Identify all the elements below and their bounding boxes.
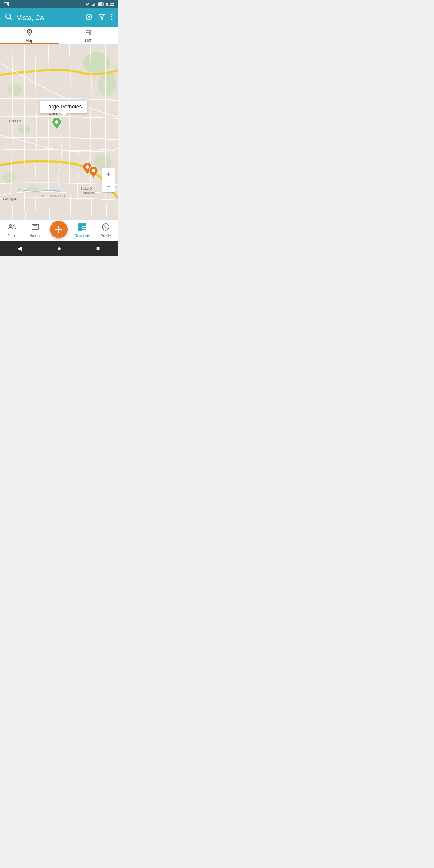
- svg-point-40: [9, 224, 12, 227]
- svg-point-36: [28, 185, 38, 193]
- map-pin-orange-2[interactable]: [88, 166, 99, 179]
- search-icon[interactable]: [5, 13, 13, 23]
- android-home-button[interactable]: ●: [57, 245, 61, 252]
- status-time: 9:22: [106, 2, 114, 7]
- sim-card-icon: [4, 2, 9, 6]
- wifi-icon: [85, 2, 90, 6]
- zoom-controls: + −: [102, 168, 115, 192]
- android-back-button[interactable]: ◀: [18, 245, 22, 252]
- svg-point-19: [111, 14, 113, 16]
- svg-rect-2: [92, 5, 93, 6]
- nav-item-place[interactable]: Place: [0, 223, 24, 238]
- nav-item-notices[interactable]: Notices: [24, 223, 47, 238]
- battery-icon: ⚡: [98, 2, 104, 6]
- svg-rect-49: [82, 225, 86, 226]
- google-e: e: [14, 197, 17, 201]
- google-g2: g: [11, 197, 13, 201]
- requests-nav-label: Requests: [75, 234, 90, 238]
- nav-item-requests[interactable]: Requests: [70, 223, 94, 238]
- add-fab-button[interactable]: [50, 221, 67, 238]
- map-pin-green[interactable]: [51, 117, 62, 130]
- notices-nav-icon: [31, 223, 39, 232]
- status-bar-right: ⚡ 9:22: [85, 2, 114, 7]
- svg-point-13: [88, 16, 90, 18]
- map-svg: [0, 44, 118, 219]
- svg-point-20: [111, 16, 113, 18]
- signal-icon: [92, 2, 96, 6]
- list-tab-icon: [85, 29, 92, 37]
- svg-marker-18: [99, 14, 104, 20]
- status-bar-left: [4, 2, 9, 6]
- svg-rect-52: [82, 229, 86, 230]
- svg-point-39: [92, 169, 95, 173]
- google-o2: o: [8, 197, 11, 201]
- more-options-icon[interactable]: [111, 13, 113, 22]
- zoom-in-button[interactable]: +: [102, 168, 115, 180]
- map-label-lake-san-marcos: Lake SanMarcos: [81, 187, 96, 196]
- svg-rect-50: [79, 227, 82, 230]
- svg-rect-1: [7, 3, 8, 4]
- map-container[interactable]: TRI-CITY Vista Large Potholes + − Google…: [0, 44, 118, 219]
- place-nav-icon: [7, 223, 16, 233]
- svg-point-33: [18, 124, 30, 133]
- svg-point-31: [98, 72, 116, 96]
- bottom-nav: Place Notices: [0, 219, 118, 241]
- map-label-tri-city: TRI-CITY: [8, 119, 22, 123]
- nav-item-profile[interactable]: Profile: [94, 223, 118, 238]
- android-recents-button[interactable]: ■: [96, 245, 100, 252]
- header-title: Vista, CA: [17, 14, 81, 22]
- svg-point-41: [13, 224, 15, 226]
- svg-rect-3: [93, 4, 94, 6]
- list-tab-label: List: [85, 38, 92, 43]
- google-logo: Google: [3, 197, 17, 201]
- svg-rect-7: [104, 4, 104, 5]
- svg-point-35: [2, 172, 16, 183]
- svg-text:⚡: ⚡: [99, 3, 102, 6]
- svg-line-11: [10, 18, 12, 20]
- tab-list[interactable]: List: [59, 27, 118, 44]
- google-o1: o: [6, 197, 8, 201]
- android-nav-bar: ◀ ● ■: [0, 241, 118, 255]
- map-tooltip[interactable]: Large Potholes: [39, 100, 87, 113]
- svg-rect-4: [94, 3, 95, 6]
- map-tab-icon: [26, 29, 33, 37]
- svg-rect-51: [82, 227, 86, 228]
- profile-nav-label: Profile: [101, 234, 111, 238]
- google-g: G: [3, 197, 6, 201]
- svg-point-54: [104, 225, 107, 227]
- svg-rect-5: [96, 2, 96, 6]
- nav-fab-container: [47, 221, 70, 241]
- app-header: Vista, CA: [0, 8, 118, 27]
- svg-rect-48: [82, 223, 86, 224]
- map-tab-label: Map: [25, 38, 33, 43]
- filter-icon[interactable]: [98, 13, 105, 22]
- header-actions: [85, 13, 113, 23]
- tab-map[interactable]: Map: [0, 27, 59, 44]
- requests-nav-icon: [78, 223, 87, 233]
- svg-rect-47: [79, 223, 82, 227]
- notices-nav-label: Notices: [29, 234, 41, 238]
- svg-point-22: [29, 31, 30, 32]
- svg-point-37: [55, 120, 59, 124]
- zoom-out-button[interactable]: −: [102, 180, 115, 192]
- place-nav-label: Place: [7, 234, 16, 238]
- view-tabs: Map List: [0, 27, 118, 44]
- svg-point-32: [7, 84, 23, 96]
- status-bar: ⚡ 9:22: [0, 0, 118, 8]
- svg-point-21: [111, 19, 113, 20]
- map-label-bressi-ranch: BRESSI RANCH: [42, 194, 67, 198]
- profile-nav-icon: [102, 223, 110, 233]
- location-icon[interactable]: [85, 13, 93, 23]
